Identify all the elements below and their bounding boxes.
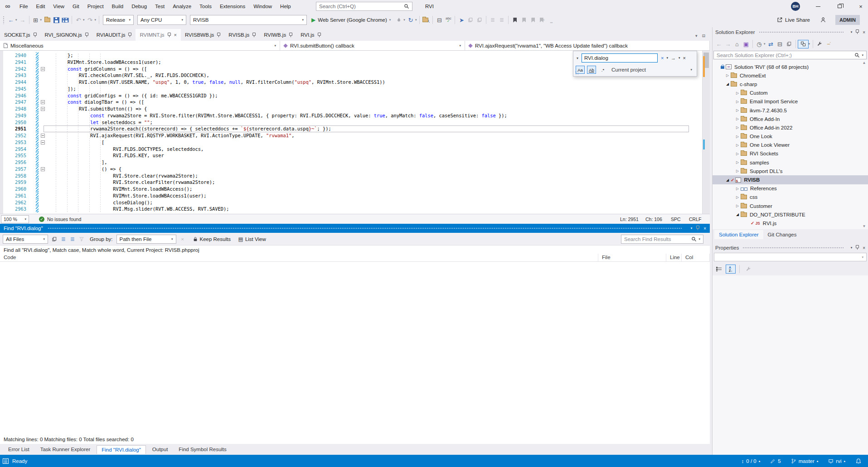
dock-tab-git-changes[interactable]: Git Changes (763, 230, 801, 239)
tree-item[interactable]: ▷Office Add-In (713, 115, 868, 123)
pin-icon[interactable] (128, 33, 131, 37)
tree-item[interactable]: ▷Email Import Service (713, 97, 868, 106)
code-line[interactable]: 2951 rvwama2Store.each((storerecord) => … (0, 125, 698, 132)
solution-explorer-title-bar[interactable]: Solution Explorer ▾ × (713, 27, 868, 37)
tree-scrollbar[interactable]: ▲ ▼ (861, 61, 867, 228)
pin-icon[interactable] (34, 33, 37, 37)
tree-item[interactable]: ▷One Look Viewer (713, 141, 868, 149)
match-whole-word-toggle[interactable]: Ab (587, 66, 596, 74)
pin-icon[interactable] (217, 33, 220, 37)
menu-item-build[interactable]: Build (108, 0, 128, 13)
panel-close-icon[interactable]: × (863, 30, 865, 35)
group-by-dropdown[interactable]: Path then File▾ (116, 235, 176, 244)
chevron-collapsed-icon[interactable]: ▷ (734, 195, 741, 199)
code-line[interactable]: 2947 const dialogTBar = () => ([ (0, 99, 698, 106)
line-indicator[interactable]: Ln: 2951 (620, 217, 645, 222)
panel-pin-icon[interactable] (856, 29, 859, 35)
breadcrumb-caret-icon[interactable]: ▾ (274, 44, 276, 48)
status-task-icon[interactable] (3, 458, 9, 464)
switch-views-icon[interactable]: ▣ (742, 39, 750, 49)
float-tab-icon[interactable]: ⊟ (702, 34, 705, 38)
panel-pin-icon[interactable] (856, 245, 859, 250)
column-header-line[interactable]: Line (666, 254, 682, 261)
code-line[interactable]: 2952 RVI.ajaxRequest(RVI.RQSTYP.WORKBASK… (0, 132, 698, 139)
alphabetical-sort-icon[interactable]: AZ↓ (726, 265, 736, 274)
chevron-collapsed-icon[interactable]: ▷ (734, 152, 741, 156)
se-back-icon[interactable]: ← (715, 39, 723, 49)
chevron-collapsed-icon[interactable]: ▷ (734, 160, 741, 164)
quick-search-box[interactable]: Search (Ctrl+Q) (316, 2, 412, 11)
feedback-person-icon[interactable] (820, 17, 826, 23)
pin-icon[interactable] (318, 33, 321, 37)
clear-bookmarks-icon[interactable]: × (538, 15, 546, 25)
collapse-all-icon[interactable] (68, 235, 77, 244)
status-pending-edits[interactable]: 5 (765, 455, 786, 467)
sync-with-active-document-icon[interactable]: ⇄ (767, 39, 775, 49)
code-line[interactable]: 2960 RVIMnt.Store.loadWBAccess(); (0, 186, 698, 193)
home-icon[interactable]: ⌂ (733, 39, 741, 49)
keep-results-lock-icon[interactable] (191, 235, 200, 244)
menu-item-tools[interactable]: Tools (195, 0, 216, 13)
eol-indicator[interactable]: CRLF (689, 217, 710, 222)
save-all-icon[interactable] (61, 15, 69, 25)
editor-tab-rvimnt.js[interactable]: RVIMNT.js× (136, 29, 181, 41)
property-pages-wrench-icon[interactable] (743, 265, 753, 274)
column-header-code[interactable]: Code (0, 254, 598, 261)
tree-item[interactable]: ▷RVI Sockets (713, 149, 868, 158)
tree-item[interactable]: ▷References (713, 184, 868, 193)
fold-collapse-icon[interactable] (41, 107, 45, 111)
menu-item-test[interactable]: Test (151, 0, 169, 13)
status-position-counter[interactable]: ↕ 0 / 0 ▴ (737, 455, 765, 467)
search-icon[interactable] (404, 4, 409, 9)
fold-collapse-icon[interactable] (41, 67, 45, 71)
menu-item-project[interactable]: Project (83, 0, 108, 13)
add-editorconfig-icon[interactable]: −̇ (824, 39, 833, 49)
copy-results-icon[interactable] (50, 235, 59, 244)
se-search-caret[interactable]: ▾ (862, 53, 863, 57)
chevron-collapsed-icon[interactable]: ▷ (734, 117, 741, 121)
chevron-collapsed-icon[interactable]: ▷ (734, 135, 741, 139)
breadcrumb-segment-1[interactable]: RVI.submitButton() callback▾ (280, 41, 465, 50)
collapse-all-icon[interactable]: ⊟ (776, 39, 784, 49)
scroll-down-icon[interactable]: ▼ (861, 224, 867, 228)
tree-item[interactable]: ✓JSRVI.js (713, 219, 868, 227)
fold-collapse-icon[interactable] (41, 134, 45, 138)
bottom-tab[interactable]: Error List (4, 445, 34, 453)
menu-item-file[interactable]: File (15, 0, 32, 13)
platform-dropdown[interactable]: Any CPU▾ (137, 15, 186, 25)
paste-parallel-icon[interactable] (475, 15, 484, 25)
restart-icon[interactable]: ↻ (407, 15, 415, 25)
pin-icon[interactable] (252, 33, 256, 37)
search-find-results-input[interactable]: Search Find Results ▾ (621, 235, 703, 244)
editor-tab-rvisbwb.js[interactable]: RVISBWB.js (181, 29, 224, 41)
toolbar-overflow[interactable]: ‗ (547, 15, 555, 25)
list-view-icon[interactable]: ▤ (236, 235, 245, 244)
find-next-icon[interactable]: → (671, 55, 676, 61)
bottom-tab[interactable]: Find "RVI.dialog" (97, 445, 146, 454)
find-in-files-icon[interactable] (422, 15, 430, 25)
breadcrumb-segment-0[interactable]: Miscellaneous▾ (0, 41, 280, 50)
file-filter-dropdown[interactable]: All Files▾ (3, 235, 48, 244)
find-scope-dropdown[interactable]: Current project (611, 67, 646, 72)
tree-item[interactable]: ▷css (713, 193, 868, 202)
solution-explorer-search-input[interactable]: Search Solution Explorer (Ctrl+;) ▾ (713, 51, 867, 59)
open-file-icon[interactable] (43, 15, 51, 25)
tree-item[interactable]: ▷Customer (713, 202, 868, 210)
find-clear-icon[interactable]: × (661, 55, 664, 61)
menu-item-window[interactable]: Window (249, 0, 276, 13)
editor-tab-rvi_signon.js[interactable]: RVI_SIGNON.js (41, 29, 92, 41)
panel-menu-caret-icon[interactable]: ▾ (851, 30, 853, 34)
show-all-files-toggle[interactable] (798, 40, 809, 48)
chevron-expanded-icon[interactable]: ◢ (724, 82, 731, 86)
fold-collapse-icon[interactable] (41, 140, 45, 144)
tree-item[interactable]: ▷Custom (713, 89, 868, 97)
find-next-caret[interactable]: ▾ (679, 56, 680, 60)
dock-tab-solution-explorer[interactable]: Solution Explorer (714, 230, 763, 239)
editor-tab-rviwb.js[interactable]: RVIWB.js (260, 29, 296, 41)
tree-item[interactable]: ◢c-sharp (713, 80, 868, 88)
pending-changes-caret[interactable]: ▾ (764, 42, 766, 46)
notifications-bell-icon[interactable] (850, 455, 868, 467)
find-close-icon[interactable]: × (683, 55, 685, 61)
code-line[interactable]: 2954 RVI.FLDS.DOCTYPES, selecteddocs, (0, 146, 698, 153)
new-project-caret[interactable]: ▾ (40, 18, 42, 22)
